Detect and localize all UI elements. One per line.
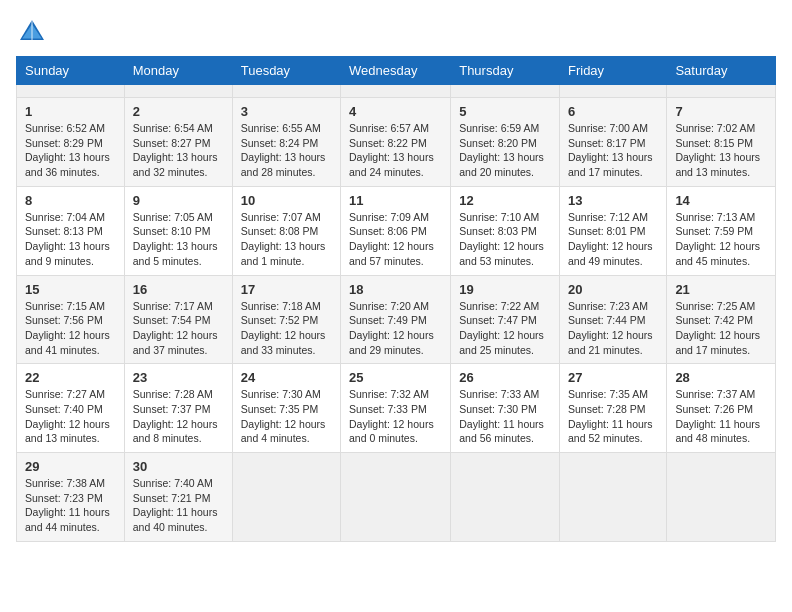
calendar-cell: 21Sunrise: 7:25 AMSunset: 7:42 PMDayligh… (667, 275, 776, 364)
calendar-body: 1Sunrise: 6:52 AMSunset: 8:29 PMDaylight… (17, 85, 776, 542)
calendar-cell: 25Sunrise: 7:32 AMSunset: 7:33 PMDayligh… (341, 364, 451, 453)
day-info: Sunrise: 7:10 AMSunset: 8:03 PMDaylight:… (459, 210, 551, 269)
calendar-cell: 11Sunrise: 7:09 AMSunset: 8:06 PMDayligh… (341, 186, 451, 275)
day-info: Sunrise: 7:27 AMSunset: 7:40 PMDaylight:… (25, 387, 116, 446)
calendar-cell: 27Sunrise: 7:35 AMSunset: 7:28 PMDayligh… (559, 364, 666, 453)
col-thursday: Thursday (451, 57, 560, 85)
day-number: 10 (241, 193, 332, 208)
calendar-cell: 2Sunrise: 6:54 AMSunset: 8:27 PMDaylight… (124, 98, 232, 187)
day-number: 8 (25, 193, 116, 208)
day-number: 27 (568, 370, 658, 385)
calendar-cell: 16Sunrise: 7:17 AMSunset: 7:54 PMDayligh… (124, 275, 232, 364)
day-info: Sunrise: 7:22 AMSunset: 7:47 PMDaylight:… (459, 299, 551, 358)
calendar-cell: 17Sunrise: 7:18 AMSunset: 7:52 PMDayligh… (232, 275, 340, 364)
day-info: Sunrise: 7:18 AMSunset: 7:52 PMDaylight:… (241, 299, 332, 358)
calendar-cell: 3Sunrise: 6:55 AMSunset: 8:24 PMDaylight… (232, 98, 340, 187)
day-info: Sunrise: 7:07 AMSunset: 8:08 PMDaylight:… (241, 210, 332, 269)
day-info: Sunrise: 6:59 AMSunset: 8:20 PMDaylight:… (459, 121, 551, 180)
day-number: 19 (459, 282, 551, 297)
calendar-table: Sunday Monday Tuesday Wednesday Thursday… (16, 56, 776, 542)
calendar-cell: 14Sunrise: 7:13 AMSunset: 7:59 PMDayligh… (667, 186, 776, 275)
calendar-cell: 5Sunrise: 6:59 AMSunset: 8:20 PMDaylight… (451, 98, 560, 187)
calendar-cell: 7Sunrise: 7:02 AMSunset: 8:15 PMDaylight… (667, 98, 776, 187)
day-info: Sunrise: 7:12 AMSunset: 8:01 PMDaylight:… (568, 210, 658, 269)
calendar-cell: 22Sunrise: 7:27 AMSunset: 7:40 PMDayligh… (17, 364, 125, 453)
day-number: 16 (133, 282, 224, 297)
day-number: 11 (349, 193, 442, 208)
day-number: 20 (568, 282, 658, 297)
calendar-cell: 1Sunrise: 6:52 AMSunset: 8:29 PMDaylight… (17, 98, 125, 187)
day-number: 3 (241, 104, 332, 119)
day-info: Sunrise: 7:04 AMSunset: 8:13 PMDaylight:… (25, 210, 116, 269)
day-number: 12 (459, 193, 551, 208)
calendar-cell: 6Sunrise: 7:00 AMSunset: 8:17 PMDaylight… (559, 98, 666, 187)
day-info: Sunrise: 6:54 AMSunset: 8:27 PMDaylight:… (133, 121, 224, 180)
calendar-cell (341, 85, 451, 98)
calendar-cell: 19Sunrise: 7:22 AMSunset: 7:47 PMDayligh… (451, 275, 560, 364)
col-friday: Friday (559, 57, 666, 85)
day-number: 25 (349, 370, 442, 385)
calendar-week-1: 1Sunrise: 6:52 AMSunset: 8:29 PMDaylight… (17, 98, 776, 187)
day-info: Sunrise: 7:17 AMSunset: 7:54 PMDaylight:… (133, 299, 224, 358)
day-info: Sunrise: 7:05 AMSunset: 8:10 PMDaylight:… (133, 210, 224, 269)
calendar-cell: 10Sunrise: 7:07 AMSunset: 8:08 PMDayligh… (232, 186, 340, 275)
day-number: 28 (675, 370, 767, 385)
calendar-cell (451, 453, 560, 542)
day-info: Sunrise: 7:25 AMSunset: 7:42 PMDaylight:… (675, 299, 767, 358)
calendar-week-3: 15Sunrise: 7:15 AMSunset: 7:56 PMDayligh… (17, 275, 776, 364)
page-header (16, 16, 776, 48)
header-row: Sunday Monday Tuesday Wednesday Thursday… (17, 57, 776, 85)
day-number: 6 (568, 104, 658, 119)
day-info: Sunrise: 7:38 AMSunset: 7:23 PMDaylight:… (25, 476, 116, 535)
calendar-week-4: 22Sunrise: 7:27 AMSunset: 7:40 PMDayligh… (17, 364, 776, 453)
calendar-week-2: 8Sunrise: 7:04 AMSunset: 8:13 PMDaylight… (17, 186, 776, 275)
calendar-cell (667, 453, 776, 542)
calendar-cell: 8Sunrise: 7:04 AMSunset: 8:13 PMDaylight… (17, 186, 125, 275)
day-number: 13 (568, 193, 658, 208)
calendar-cell (451, 85, 560, 98)
calendar-cell: 15Sunrise: 7:15 AMSunset: 7:56 PMDayligh… (17, 275, 125, 364)
day-number: 23 (133, 370, 224, 385)
calendar-cell (341, 453, 451, 542)
day-number: 5 (459, 104, 551, 119)
calendar-cell: 26Sunrise: 7:33 AMSunset: 7:30 PMDayligh… (451, 364, 560, 453)
day-info: Sunrise: 7:32 AMSunset: 7:33 PMDaylight:… (349, 387, 442, 446)
col-monday: Monday (124, 57, 232, 85)
calendar-cell: 13Sunrise: 7:12 AMSunset: 8:01 PMDayligh… (559, 186, 666, 275)
col-sunday: Sunday (17, 57, 125, 85)
calendar-cell: 9Sunrise: 7:05 AMSunset: 8:10 PMDaylight… (124, 186, 232, 275)
day-number: 4 (349, 104, 442, 119)
day-number: 15 (25, 282, 116, 297)
calendar-cell (17, 85, 125, 98)
calendar-header: Sunday Monday Tuesday Wednesday Thursday… (17, 57, 776, 85)
calendar-cell (124, 85, 232, 98)
day-info: Sunrise: 7:30 AMSunset: 7:35 PMDaylight:… (241, 387, 332, 446)
day-number: 17 (241, 282, 332, 297)
day-info: Sunrise: 7:40 AMSunset: 7:21 PMDaylight:… (133, 476, 224, 535)
day-number: 14 (675, 193, 767, 208)
calendar-cell: 24Sunrise: 7:30 AMSunset: 7:35 PMDayligh… (232, 364, 340, 453)
calendar-cell (559, 453, 666, 542)
calendar-cell: 30Sunrise: 7:40 AMSunset: 7:21 PMDayligh… (124, 453, 232, 542)
logo-icon (16, 16, 48, 48)
calendar-cell (232, 85, 340, 98)
day-info: Sunrise: 7:33 AMSunset: 7:30 PMDaylight:… (459, 387, 551, 446)
calendar-cell (232, 453, 340, 542)
day-number: 24 (241, 370, 332, 385)
day-info: Sunrise: 7:13 AMSunset: 7:59 PMDaylight:… (675, 210, 767, 269)
calendar-cell: 12Sunrise: 7:10 AMSunset: 8:03 PMDayligh… (451, 186, 560, 275)
calendar-cell: 18Sunrise: 7:20 AMSunset: 7:49 PMDayligh… (341, 275, 451, 364)
col-tuesday: Tuesday (232, 57, 340, 85)
calendar-cell: 29Sunrise: 7:38 AMSunset: 7:23 PMDayligh… (17, 453, 125, 542)
logo (16, 16, 52, 48)
day-number: 7 (675, 104, 767, 119)
day-number: 29 (25, 459, 116, 474)
col-wednesday: Wednesday (341, 57, 451, 85)
day-number: 2 (133, 104, 224, 119)
day-info: Sunrise: 7:00 AMSunset: 8:17 PMDaylight:… (568, 121, 658, 180)
calendar-cell: 28Sunrise: 7:37 AMSunset: 7:26 PMDayligh… (667, 364, 776, 453)
day-number: 21 (675, 282, 767, 297)
day-info: Sunrise: 7:15 AMSunset: 7:56 PMDaylight:… (25, 299, 116, 358)
day-info: Sunrise: 7:20 AMSunset: 7:49 PMDaylight:… (349, 299, 442, 358)
day-info: Sunrise: 7:28 AMSunset: 7:37 PMDaylight:… (133, 387, 224, 446)
